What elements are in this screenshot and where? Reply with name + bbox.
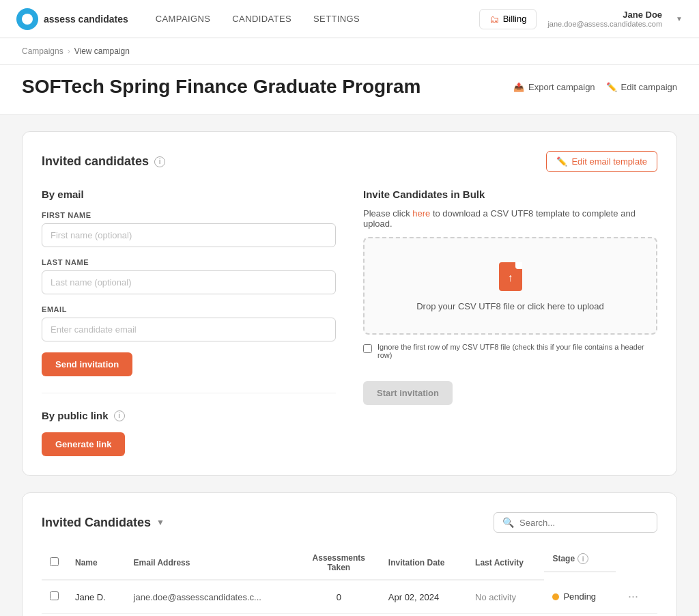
select-all-checkbox[interactable] — [50, 557, 59, 566]
by-email-title: By email — [42, 188, 336, 200]
col-header-stage: Stage i — [544, 546, 616, 572]
ignore-first-row-label: Ignore the first row of my CSV UTF8 file… — [377, 343, 657, 359]
export-campaign-button[interactable]: 📤 Export campaign — [513, 82, 595, 92]
bulk-note-link[interactable]: here — [412, 208, 430, 219]
row-email: jane.doe@assesscandidates.c... — [126, 580, 298, 614]
row-actions: ··· — [616, 580, 657, 614]
row-assessments: 0 — [298, 614, 380, 617]
section-divider — [42, 393, 336, 393]
user-name: Jane Doe — [623, 10, 662, 20]
bulk-note-prefix: Please click — [363, 208, 412, 219]
main-content: Invited candidates i ✏️ Edit email templ… — [0, 115, 699, 616]
col-header-last-activity: Last Activity — [467, 546, 544, 580]
col-header-email: Email Address — [126, 546, 298, 580]
by-public-link-title: By public link i — [42, 410, 336, 421]
breadcrumb-separator: › — [68, 46, 70, 56]
logo-text: assess candidates — [44, 14, 128, 25]
dropzone-text: Drop your CSV UTF8 file or click here to… — [416, 301, 604, 311]
last-name-input[interactable] — [42, 270, 336, 294]
row-more-button[interactable]: ··· — [624, 588, 642, 605]
filter-icon[interactable]: ▼ — [156, 518, 165, 527]
row-invitation-date: Apr 02, 2024 — [380, 580, 467, 614]
send-invitation-button[interactable]: Send invitation — [42, 352, 132, 376]
bulk-note: Please click here to download a CSV UTF8… — [363, 208, 657, 229]
row-name: Jane D. — [67, 580, 126, 614]
nav-links: CAMPAIGNS CANDIDATES SETTINGS — [156, 14, 479, 24]
candidates-table-body: Jane D. jane.doe@assesscandidates.c... 0… — [42, 580, 657, 616]
last-name-label: LAST NAME — [42, 258, 336, 266]
nav-settings[interactable]: SETTINGS — [313, 14, 360, 24]
logo-icon — [16, 8, 38, 30]
row-stage: Pending — [544, 614, 616, 617]
row-invitation-date: Apr 02, 2024 — [380, 614, 467, 617]
upload-arrow-icon: ↑ — [508, 272, 513, 284]
header-select-all — [42, 546, 67, 580]
ignore-row-checkbox-group: Ignore the first row of my CSV UTF8 file… — [363, 343, 657, 359]
nav-campaigns[interactable]: CAMPAIGNS — [156, 14, 211, 24]
billing-button[interactable]: 🗂 Billing — [479, 9, 537, 29]
row-checkbox-0[interactable] — [50, 591, 59, 600]
invite-card: Invited candidates i ✏️ Edit email templ… — [22, 131, 677, 476]
stage-status-dot — [552, 593, 559, 600]
public-link-info-icon[interactable]: i — [114, 410, 125, 421]
first-name-group: FIRST NAME — [42, 211, 336, 247]
row-email: peter.doe@assesscandidates.... — [126, 614, 298, 617]
table-title-text: Invited Candidates — [42, 516, 151, 530]
first-name-input[interactable] — [42, 223, 336, 247]
header-actions: 📤 Export campaign ✏️ Edit campaign — [513, 82, 677, 92]
col-header-invitation-date: Invitation Date — [380, 546, 467, 580]
edit-template-label: Edit email template — [571, 156, 647, 167]
search-container: 🔍 — [494, 512, 657, 533]
row-checkbox-cell — [42, 580, 67, 614]
nav-right: 🗂 Billing Jane Doe jane.doe@assess.candi… — [479, 9, 683, 29]
stage-info-icon[interactable]: i — [577, 553, 588, 564]
edit-template-icon: ✏️ — [556, 156, 567, 167]
invite-title-text: Invited candidates — [42, 154, 149, 169]
row-stage: Pending — [544, 580, 616, 614]
breadcrumb-parent[interactable]: Campaigns — [22, 46, 63, 56]
email-label: EMAIL — [42, 305, 336, 313]
row-assessments: 0 — [298, 580, 380, 614]
email-group: EMAIL — [42, 305, 336, 341]
export-label: Export campaign — [528, 82, 595, 92]
edit-email-template-button[interactable]: ✏️ Edit email template — [546, 151, 657, 172]
edit-icon: ✏️ — [606, 82, 617, 92]
candidates-table-card: Invited Candidates ▼ 🔍 Name Email Addres… — [22, 492, 677, 616]
row-name: Peter D. — [67, 614, 126, 617]
by-link-title-text: By public link — [42, 410, 109, 421]
csv-dropzone[interactable]: ↑ Drop your CSV UTF8 file or click here … — [363, 237, 657, 335]
search-input[interactable] — [519, 518, 648, 528]
nav-candidates[interactable]: CANDIDATES — [232, 14, 291, 24]
invite-grid: By email FIRST NAME LAST NAME EMAIL Send… — [42, 188, 657, 456]
table-row: Jane D. jane.doe@assesscandidates.c... 0… — [42, 580, 657, 614]
table-header: Name Email Address AssessmentsTaken Invi… — [42, 546, 657, 580]
row-last-activity: No activity — [467, 614, 544, 617]
navbar: assess candidates CAMPAIGNS CANDIDATES S… — [0, 0, 699, 38]
user-dropdown-caret[interactable]: ▼ — [676, 15, 683, 23]
export-icon: 📤 — [513, 82, 524, 92]
invite-section-title: Invited candidates i — [42, 154, 165, 169]
first-name-label: FIRST NAME — [42, 211, 336, 219]
table-header-row: Invited Candidates ▼ 🔍 — [42, 512, 657, 533]
breadcrumb: Campaigns › View campaign — [0, 38, 699, 65]
breadcrumb-current: View campaign — [74, 46, 130, 56]
generate-link-button[interactable]: Generate link — [42, 432, 125, 456]
logo-link[interactable]: assess candidates — [16, 8, 128, 30]
candidates-table: Name Email Address AssessmentsTaken Invi… — [42, 546, 657, 616]
billing-icon: 🗂 — [489, 14, 499, 25]
table-row: Peter D. peter.doe@assesscandidates.... … — [42, 614, 657, 617]
bulk-invite-section: Invite Candidates in Bulk Please click h… — [363, 188, 657, 456]
search-icon: 🔍 — [502, 517, 514, 528]
start-invitation-button[interactable]: Start invitation — [363, 381, 453, 405]
by-email-section: By email FIRST NAME LAST NAME EMAIL Send… — [42, 188, 336, 456]
edit-campaign-button[interactable]: ✏️ Edit campaign — [606, 82, 677, 92]
row-last-activity: No activity — [467, 580, 544, 614]
email-input[interactable] — [42, 318, 336, 341]
table-section-title: Invited Candidates ▼ — [42, 516, 165, 530]
bulk-title: Invite Candidates in Bulk — [363, 188, 657, 200]
row-actions: ··· — [616, 614, 657, 617]
edit-label: Edit campaign — [621, 82, 677, 92]
invite-info-icon[interactable]: i — [154, 156, 165, 167]
page-title: SOFTech Spring Finance Graduate Program — [22, 76, 421, 98]
ignore-first-row-checkbox[interactable] — [363, 344, 372, 353]
